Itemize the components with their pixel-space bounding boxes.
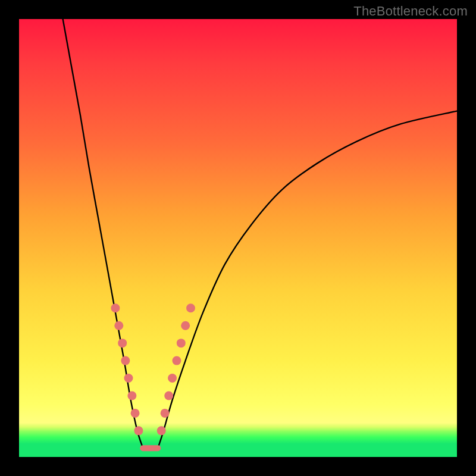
data-dot (168, 374, 177, 383)
outer-frame: TheBottleneck.com (0, 0, 476, 476)
watermark-text: TheBottleneck.com (353, 4, 468, 19)
data-dot (111, 303, 120, 312)
data-dot (164, 391, 173, 400)
data-dot (186, 303, 195, 312)
dots-right-group (157, 303, 195, 435)
data-dot (118, 339, 127, 347)
data-dot (172, 356, 181, 365)
chart-svg (19, 19, 457, 457)
left-curve (63, 19, 143, 448)
data-dot (127, 391, 136, 400)
data-dot (161, 409, 170, 418)
data-dot (114, 321, 123, 330)
dots-left-group (111, 303, 143, 435)
data-dot (124, 374, 133, 383)
data-dot (181, 321, 190, 330)
data-dot (157, 426, 166, 435)
right-curve (158, 111, 457, 449)
data-dot (134, 426, 143, 435)
plot-area (19, 19, 457, 457)
data-dot (131, 409, 140, 418)
data-dot (121, 356, 130, 365)
data-dot (177, 339, 186, 347)
